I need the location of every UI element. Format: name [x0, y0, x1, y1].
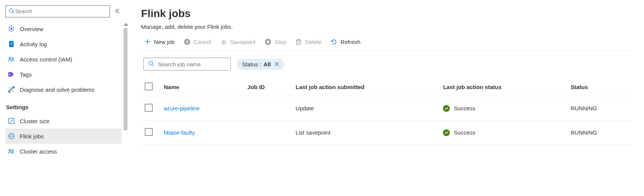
sidebar-item-diagnose[interactable]: Diagnose and solve problems: [5, 82, 121, 97]
sidebar-item-label: Cluster size: [20, 118, 49, 124]
last-action-status-cell: Success: [454, 129, 475, 136]
cluster-access-icon: [8, 148, 15, 154]
flink-jobs-icon: [8, 133, 15, 140]
sidebar-item-label: Flink jobs: [20, 133, 44, 140]
job-name-link[interactable]: hbase-faulty: [164, 129, 195, 136]
toolbar-label: Cancel: [193, 39, 211, 45]
svg-rect-26: [267, 41, 269, 43]
plus-icon: [144, 38, 151, 45]
filter-value: All: [264, 61, 271, 67]
toolbar-label: Refresh: [341, 39, 361, 45]
svg-point-8: [9, 57, 11, 59]
tags-icon: [8, 72, 15, 77]
sidebar-item-overview[interactable]: Overview: [5, 21, 121, 36]
refresh-button[interactable]: Refresh: [331, 38, 361, 45]
sidebar-item-label: Activity log: [20, 41, 47, 47]
svg-point-17: [9, 149, 11, 151]
status-cell: RUNNING: [567, 96, 633, 121]
sidebar-item-label: Cluster access: [20, 148, 57, 155]
sidebar-section-settings: Settings: [5, 97, 121, 113]
last-action-status-cell: Success: [454, 105, 475, 111]
sidebar-scrollbar[interactable]: [124, 23, 127, 174]
toolbar-label: Delete: [305, 39, 321, 45]
table-row[interactable]: azure-pipeline Update Success RUNNING: [141, 96, 633, 121]
diagnose-icon: [8, 86, 15, 93]
savepoint-button[interactable]: Savepoint: [220, 38, 256, 45]
svg-point-15: [10, 136, 11, 137]
job-search-input[interactable]: [157, 61, 231, 68]
collapse-sidebar-icon[interactable]: [113, 7, 121, 16]
row-checkbox[interactable]: [145, 128, 152, 136]
svg-point-9: [12, 58, 14, 59]
overview-icon: [8, 25, 15, 32]
svg-point-33: [149, 61, 152, 65]
refresh-icon: [331, 38, 338, 45]
row-checkbox[interactable]: [145, 104, 152, 111]
sidebar-search[interactable]: [5, 5, 110, 17]
svg-rect-4: [9, 41, 14, 47]
toolbar-label: Savepoint: [230, 39, 256, 45]
jobs-table: Name Job ID Last job action submitted La…: [141, 78, 633, 145]
sidebar: Overview Activity log Access control (IA…: [0, 0, 125, 196]
svg-point-10: [9, 74, 11, 75]
job-search-box[interactable]: [143, 58, 231, 71]
select-all-checkbox[interactable]: [145, 83, 152, 90]
svg-rect-32: [298, 39, 300, 40]
svg-point-16: [12, 136, 13, 137]
svg-rect-12: [13, 86, 14, 88]
success-icon: [443, 129, 450, 136]
filter-row: Status : All: [143, 58, 633, 71]
col-last-action-status[interactable]: Last job action status: [439, 78, 567, 96]
sidebar-item-label: Access control (IAM): [20, 56, 72, 63]
success-icon: [443, 105, 450, 112]
cluster-size-icon: [8, 118, 15, 124]
sidebar-item-tags[interactable]: Tags: [5, 67, 121, 82]
sidebar-item-cluster-size[interactable]: Cluster size: [5, 113, 121, 129]
toolbar: New job Cancel Savepoint Stop Delete: [141, 37, 633, 51]
access-control-icon: [8, 56, 15, 62]
svg-point-18: [12, 150, 14, 151]
close-icon[interactable]: [275, 61, 279, 67]
job-id-cell: [243, 96, 292, 121]
svg-line-34: [152, 64, 154, 66]
filter-label: Status :: [242, 61, 261, 67]
stop-button[interactable]: Stop: [265, 38, 286, 45]
activity-log-icon: [8, 41, 15, 47]
last-action-submitted-cell: List savepoint: [292, 121, 439, 145]
cancel-icon: [184, 38, 190, 45]
toolbar-label: New job: [154, 39, 174, 45]
col-status[interactable]: Status: [567, 78, 633, 96]
search-icon: [148, 61, 154, 67]
svg-line-1: [13, 12, 14, 13]
sidebar-item-activity-log[interactable]: Activity log: [5, 36, 121, 52]
job-name-link[interactable]: azure-pipeline: [164, 105, 199, 111]
table-row[interactable]: hbase-faulty List savepoint Success RUNN…: [141, 121, 633, 145]
col-name[interactable]: Name: [160, 78, 243, 96]
svg-point-0: [9, 9, 13, 12]
search-icon: [9, 8, 14, 15]
svg-point-14: [9, 133, 14, 139]
sidebar-settings-nav: Cluster size Flink jobs Cluster access: [5, 113, 121, 159]
svg-rect-11: [8, 91, 10, 93]
scroll-up-icon[interactable]: [124, 23, 128, 26]
page-title: Flink jobs: [141, 8, 633, 20]
new-job-button[interactable]: New job: [144, 38, 174, 45]
col-last-action-submitted[interactable]: Last job action submitted: [292, 78, 439, 96]
scroll-thumb[interactable]: [124, 28, 127, 130]
cancel-button[interactable]: Cancel: [184, 38, 211, 45]
sidebar-item-flink-jobs[interactable]: Flink jobs: [5, 129, 121, 144]
delete-button[interactable]: Delete: [295, 38, 321, 45]
sidebar-item-access-control[interactable]: Access control (IAM): [5, 52, 121, 67]
sidebar-nav: Overview Activity log Access control (IA…: [5, 21, 121, 97]
page-subtitle: Manage, add, delete your Flink jobs.: [141, 24, 633, 30]
job-id-cell: [243, 121, 292, 145]
toolbar-label: Stop: [275, 39, 286, 45]
stop-icon: [265, 38, 272, 45]
sidebar-item-cluster-access[interactable]: Cluster access: [5, 144, 121, 159]
status-filter-pill[interactable]: Status : All: [237, 59, 284, 70]
main-content: Flink jobs Manage, add, delete your Flin…: [125, 0, 644, 196]
sidebar-search-input[interactable]: [14, 8, 107, 15]
sidebar-item-label: Diagnose and solve problems: [20, 86, 95, 93]
last-action-submitted-cell: Update: [292, 96, 439, 121]
col-job-id[interactable]: Job ID: [243, 78, 292, 96]
